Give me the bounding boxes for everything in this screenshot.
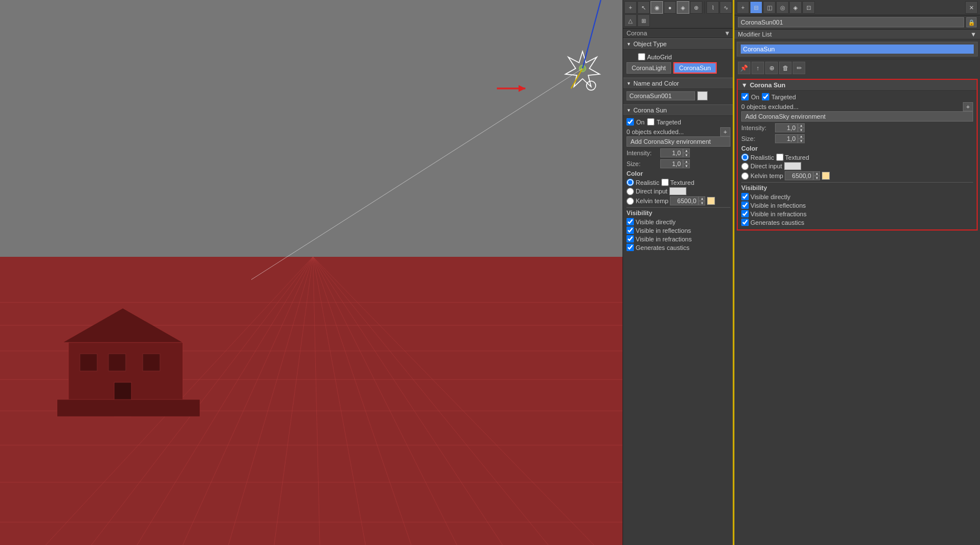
r-direct-input-label[interactable]: Direct input <box>750 163 782 169</box>
r-generates-caustics-checkbox[interactable] <box>741 219 749 226</box>
generates-caustics-checkbox[interactable] <box>626 244 634 251</box>
edit-modifier-btn[interactable]: ✏ <box>793 62 805 74</box>
r-add-coronasky-btn[interactable]: Add CoronaSky environment <box>741 111 973 122</box>
r-direct-input-radio[interactable] <box>741 163 749 170</box>
object-name-input[interactable] <box>626 91 695 100</box>
name-color-header[interactable]: ▼ Name and Color <box>623 78 734 89</box>
r-generates-caustics-label[interactable]: Generates caustics <box>750 219 804 226</box>
light-btn[interactable]: ◈ <box>677 1 689 14</box>
r-kelvin-label[interactable]: Kelvin temp <box>750 172 783 179</box>
create-mode-btn[interactable]: + <box>737 1 749 14</box>
r-targeted-checkbox[interactable] <box>762 93 769 100</box>
visible-directly-checkbox[interactable] <box>626 218 634 225</box>
kelvin-color-swatch[interactable] <box>707 197 715 205</box>
color-swatch[interactable] <box>697 91 708 100</box>
r-realistic-label[interactable]: Realistic <box>750 154 774 161</box>
r-kelvin-up[interactable]: ▲ <box>813 171 820 176</box>
r-visible-reflections-checkbox[interactable] <box>741 201 749 209</box>
viewport[interactable] <box>0 0 622 545</box>
r-textured-checkbox[interactable] <box>776 154 784 161</box>
r-intensity-up[interactable]: ▲ <box>798 123 805 128</box>
kelvin-radio[interactable] <box>626 197 634 205</box>
helper-btn[interactable]: ⌇ <box>706 1 719 14</box>
autogrid-checkbox[interactable] <box>638 53 645 60</box>
r-textured-label[interactable]: Textured <box>785 154 809 161</box>
r-visible-directly-checkbox[interactable] <box>741 193 749 200</box>
r-targeted-label[interactable]: Targeted <box>772 94 796 100</box>
targeted-checkbox[interactable] <box>647 118 654 126</box>
excluded-add-btn[interactable]: + <box>720 127 730 136</box>
move-up-btn[interactable]: ↑ <box>752 62 764 74</box>
copy-modifier-btn[interactable]: ⊕ <box>765 62 778 74</box>
autogrid-label[interactable]: AutoGrid <box>647 54 672 60</box>
intensity-down[interactable]: ▼ <box>683 153 690 158</box>
realistic-radio[interactable] <box>626 179 634 186</box>
direct-color-swatch[interactable] <box>669 187 686 195</box>
kelvin-label[interactable]: Kelvin temp <box>636 197 668 204</box>
r-size-input[interactable] <box>775 134 798 143</box>
intensity-input[interactable] <box>660 148 683 158</box>
size-up[interactable]: ▲ <box>683 159 690 164</box>
motion-mode-btn[interactable]: ◎ <box>776 1 789 14</box>
r-visible-directly-label[interactable]: Visible directly <box>750 193 790 200</box>
lock-btn[interactable]: 🔒 <box>966 17 977 27</box>
r-excluded-add-btn[interactable]: + <box>963 102 973 111</box>
r-kelvin-color-swatch[interactable] <box>822 172 830 180</box>
r-intensity-input[interactable] <box>775 123 798 132</box>
right-name-input[interactable] <box>738 17 964 27</box>
kelvin-input[interactable] <box>670 196 698 205</box>
r-kelvin-down[interactable]: ▼ <box>813 176 820 180</box>
intensity-up[interactable]: ▲ <box>683 148 690 153</box>
on-label[interactable]: On <box>636 119 645 126</box>
corona-sun-section-header[interactable]: ▼ Corona Sun <box>623 104 734 116</box>
kelvin-up[interactable]: ▲ <box>698 196 705 201</box>
space-warp-btn[interactable]: ⊞ <box>637 14 650 27</box>
r-on-label[interactable]: On <box>751 94 760 100</box>
targeted-label[interactable]: Targeted <box>657 119 681 126</box>
r-visible-refractions-label[interactable]: Visible in refractions <box>750 211 806 217</box>
r-visible-reflections-label[interactable]: Visible in reflections <box>750 202 806 209</box>
r-on-checkbox[interactable] <box>741 93 749 100</box>
visible-reflections-checkbox[interactable] <box>626 227 634 234</box>
visible-directly-label[interactable]: Visible directly <box>636 219 676 225</box>
r-size-down[interactable]: ▼ <box>798 139 805 143</box>
close-right-btn[interactable]: ✕ <box>965 1 978 14</box>
direct-input-radio[interactable] <box>626 188 634 195</box>
corona-light-btn[interactable]: CoronaLight <box>626 62 671 74</box>
textured-checkbox[interactable] <box>661 179 669 186</box>
r-kelvin-input[interactable] <box>785 171 813 180</box>
textured-label[interactable]: Textured <box>670 179 694 186</box>
r-kelvin-radio[interactable] <box>741 172 749 180</box>
generates-caustics-label[interactable]: Generates caustics <box>636 244 689 251</box>
camera-btn[interactable]: ⊕ <box>690 1 702 14</box>
geometry-btn[interactable]: ◉ <box>650 1 663 14</box>
size-down[interactable]: ▼ <box>683 164 690 168</box>
hierarchy-mode-btn[interactable]: ◫ <box>763 1 776 14</box>
visible-refractions-checkbox[interactable] <box>626 235 634 243</box>
create-btn[interactable]: + <box>624 1 637 14</box>
shape-btn[interactable]: ● <box>664 1 676 14</box>
pin-modifier-btn[interactable]: 📌 <box>738 62 750 74</box>
r-visible-refractions-checkbox[interactable] <box>741 210 749 217</box>
visible-refractions-label[interactable]: Visible in refractions <box>636 236 692 243</box>
compound-btn[interactable]: △ <box>624 14 637 27</box>
visible-reflections-label[interactable]: Visible in reflections <box>636 227 691 234</box>
kelvin-down[interactable]: ▼ <box>698 201 705 205</box>
on-checkbox[interactable] <box>626 118 634 126</box>
r-realistic-radio[interactable] <box>741 154 749 161</box>
direct-input-label[interactable]: Direct input <box>636 188 668 195</box>
display-mode-btn[interactable]: ◈ <box>789 1 802 14</box>
select-btn[interactable]: ↖ <box>637 1 650 14</box>
corona-sun-btn[interactable]: CoronaSun <box>673 62 717 74</box>
realistic-label[interactable]: Realistic <box>636 179 660 186</box>
modify-mode-btn[interactable]: ⊟ <box>750 1 762 14</box>
add-coronasky-btn[interactable]: Add CoronaSky environment <box>626 136 730 147</box>
object-type-header[interactable]: ▼ Object Type <box>623 38 734 50</box>
delete-modifier-btn[interactable]: 🗑 <box>779 62 792 74</box>
r-size-up[interactable]: ▲ <box>798 134 805 139</box>
utility-mode-btn[interactable]: ⊡ <box>802 1 815 14</box>
size-input[interactable] <box>660 159 683 168</box>
spline-btn[interactable]: ∿ <box>720 1 732 14</box>
r-direct-color-swatch[interactable] <box>784 162 801 170</box>
r-intensity-down[interactable]: ▼ <box>798 128 805 132</box>
